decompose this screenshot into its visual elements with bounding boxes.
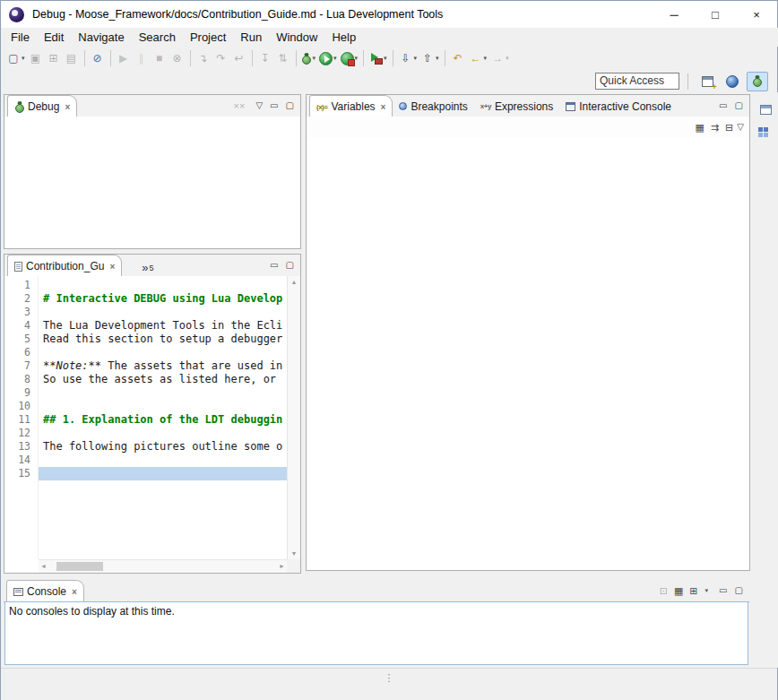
- disconnect-button: ⊗: [169, 48, 186, 68]
- minimize-icon[interactable]: ▭: [270, 261, 278, 270]
- console-view-controls: ⊡▦⊞▾ ▭ ▢: [660, 580, 749, 601]
- tab-contribution-guide[interactable]: Contribution_Gu ×: [7, 255, 122, 277]
- editor-tabrow: Contribution_Gu × » 5 ▭ ▢: [4, 255, 300, 277]
- menu-edit[interactable]: Edit: [37, 29, 71, 46]
- menu-project[interactable]: Project: [183, 29, 233, 46]
- line-number: 11: [4, 413, 38, 427]
- markdown-file-icon: [14, 262, 22, 272]
- line-number: 13: [4, 440, 38, 454]
- window-minimize-button[interactable]: ─: [653, 1, 695, 28]
- open-console-icon[interactable]: ⊞: [689, 585, 697, 597]
- new-wizard-button[interactable]: ▢▾: [4, 48, 27, 68]
- maximize-icon[interactable]: ▢: [735, 101, 743, 110]
- view-menu-icon[interactable]: ▽: [255, 101, 263, 110]
- variables-view-stack: (x)=Variables×Breakpointsx+yExpressionsI…: [306, 94, 750, 571]
- run-button[interactable]: ▾: [317, 48, 339, 68]
- tab-debug[interactable]: Debug ×: [7, 95, 77, 117]
- menu-window[interactable]: Window: [269, 29, 324, 46]
- skip-all-breakpoints-button[interactable]: ⊘: [89, 48, 107, 68]
- close-icon[interactable]: ×: [72, 587, 77, 597]
- horizontal-scrollbar[interactable]: ◄ ►: [39, 559, 287, 573]
- scroll-right-icon[interactable]: ►: [279, 560, 285, 573]
- line-number: 3: [4, 306, 38, 319]
- tab-label: Variables: [331, 100, 375, 113]
- resume-button: ▶: [115, 48, 133, 68]
- toolbar-separator: [687, 73, 688, 90]
- dropdown-arrow-icon[interactable]: ▾: [414, 55, 418, 62]
- editor-tab-overflow[interactable]: » 5: [142, 264, 153, 276]
- lua-perspective-button[interactable]: [722, 72, 743, 91]
- scroll-left-icon[interactable]: ◄: [40, 560, 47, 573]
- dropdown-arrow-icon[interactable]: ▾: [313, 55, 316, 62]
- editor-area[interactable]: 123456789101112131415 # Interactive DEBU…: [4, 276, 300, 573]
- close-icon[interactable]: ×: [65, 102, 70, 112]
- tab-label: Breakpoints: [411, 100, 467, 113]
- display-selected-console-icon[interactable]: ▦: [674, 585, 683, 597]
- tab-variables[interactable]: (x)=Variables×: [309, 95, 393, 117]
- debug-view-toolbar: ××: [234, 100, 246, 111]
- scrollbar-thumb[interactable]: [56, 562, 103, 571]
- console-icon: [13, 588, 23, 596]
- scrollbar-corner: [287, 559, 300, 573]
- print-icon: ▤: [65, 51, 79, 65]
- tab-interactive-console[interactable]: Interactive Console: [559, 96, 678, 117]
- coverage-button[interactable]: ▾: [339, 48, 360, 68]
- scroll-up-icon[interactable]: ▲: [288, 276, 300, 288]
- vertical-scrollbar[interactable]: ▲ ▼: [287, 276, 300, 559]
- restore-view-button-2[interactable]: [757, 125, 775, 143]
- open-perspective-button[interactable]: [696, 72, 718, 91]
- minimize-icon[interactable]: ▭: [270, 101, 278, 110]
- menu-help[interactable]: Help: [324, 29, 363, 46]
- dropdown-arrow-icon[interactable]: ▾: [436, 55, 439, 62]
- last-edit-location-button[interactable]: ↶: [449, 48, 467, 68]
- menu-run[interactable]: Run: [233, 29, 269, 46]
- dropdown-arrow-icon[interactable]: ▾: [355, 55, 359, 62]
- quick-access-box[interactable]: Quick Access: [595, 73, 679, 90]
- show-type-names-icon[interactable]: ▦: [695, 122, 704, 134]
- dropdown-arrow-icon[interactable]: ▾: [506, 55, 509, 62]
- main-toolbar: ▢▾▣⊞▤⊘▶∥■⊗↴↷↩↧⇅▾▾▾▾⇩▾⇧▾↶←▾→▾: [1, 47, 778, 70]
- maximize-icon[interactable]: ▢: [286, 261, 294, 270]
- back-button[interactable]: ←▾: [467, 48, 489, 68]
- collapse-all-icon[interactable]: ⊟: [725, 122, 733, 134]
- tab-expressions[interactable]: x+yExpressions: [474, 96, 559, 117]
- dropdown-arrow-icon[interactable]: ▾: [484, 55, 488, 62]
- show-logical-structures-icon[interactable]: ⇉: [711, 122, 719, 134]
- close-icon[interactable]: ×: [109, 262, 115, 272]
- code-text-area[interactable]: # Interactive DEBUG using Lua DevelopThe…: [39, 276, 287, 559]
- line-number: 15: [4, 467, 38, 480]
- line-number-gutter: 123456789101112131415: [4, 276, 39, 559]
- external-tools-button[interactable]: ▾: [367, 48, 389, 68]
- restore-view-button-1[interactable]: [757, 100, 775, 118]
- minimize-icon[interactable]: ▭: [719, 101, 727, 110]
- maximize-icon[interactable]: ▢: [735, 586, 743, 595]
- tab-console[interactable]: Console ×: [6, 580, 84, 602]
- toolbar-separator: [445, 50, 445, 66]
- menu-navigate[interactable]: Navigate: [71, 29, 131, 46]
- drag-grip-icon[interactable]: ⋮: [385, 672, 394, 684]
- dropdown-arrow-icon[interactable]: ▾: [384, 55, 387, 62]
- window-maximize-button[interactable]: □: [695, 1, 736, 28]
- save-icon: ▣: [29, 51, 43, 65]
- menubar: FileEditNavigateSearchProjectRunWindowHe…: [1, 28, 778, 47]
- close-icon[interactable]: ×: [381, 102, 386, 112]
- skip-all-breakpoints-icon: ⊘: [91, 51, 105, 65]
- dropdown-arrow-icon[interactable]: ▾: [333, 55, 337, 62]
- window-close-button[interactable]: ×: [736, 1, 777, 28]
- menu-search[interactable]: Search: [132, 29, 183, 46]
- debug-button[interactable]: ▾: [300, 48, 318, 68]
- line-number: 8: [4, 373, 38, 386]
- scroll-down-icon[interactable]: ▼: [288, 548, 300, 559]
- previous-annotation-button[interactable]: ⇧▾: [419, 48, 441, 68]
- view-menu-icon[interactable]: ▽: [737, 123, 744, 132]
- dropdown-arrow-icon[interactable]: ▾: [705, 587, 709, 594]
- next-annotation-button[interactable]: ⇩▾: [397, 48, 419, 68]
- breakpoint-icon: [399, 102, 407, 110]
- minimize-icon[interactable]: ▭: [719, 586, 727, 595]
- maximize-icon[interactable]: ▢: [286, 101, 294, 110]
- menu-file[interactable]: File: [4, 29, 37, 46]
- step-into-button: ↴: [194, 48, 212, 68]
- tab-breakpoints[interactable]: Breakpoints: [393, 96, 473, 117]
- dropdown-arrow-icon[interactable]: ▾: [22, 55, 25, 62]
- debug-perspective-button[interactable]: [747, 72, 768, 91]
